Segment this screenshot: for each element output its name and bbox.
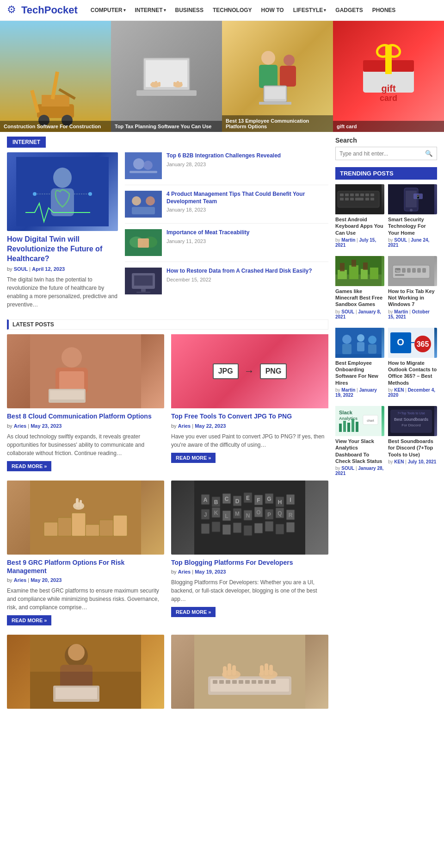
- post-3-title[interactable]: Best 9 GRC Platform Options For Risk Man…: [7, 558, 164, 575]
- side-article-3: Importance of Meat Traceability January …: [125, 229, 328, 262]
- posts-row-2: Best 9 GRC Platform Options For Risk Man…: [7, 481, 328, 625]
- svg-rect-72: [80, 500, 82, 507]
- svg-rect-55: [136, 292, 150, 293]
- svg-rect-146: [269, 665, 273, 675]
- post-4-title[interactable]: Top Blogging Platforms For Developers: [171, 558, 328, 567]
- svg-text:H: H: [278, 499, 282, 506]
- svg-rect-50: [138, 238, 149, 248]
- trending-4-title[interactable]: How to Fix Tab Key Not Working in Window…: [388, 288, 437, 308]
- trending-5-title[interactable]: Best Employee Onboarding Software For Ne…: [335, 360, 384, 386]
- internet-section-label: INTERNET: [7, 137, 46, 148]
- nav-internet[interactable]: INTERNET ▾: [131, 5, 170, 16]
- svg-rect-16: [177, 81, 179, 87]
- nav-computer[interactable]: COMPUTER ▾: [87, 5, 130, 16]
- svg-rect-113: [233, 523, 241, 533]
- nav-phones[interactable]: PHONES: [369, 5, 400, 16]
- search-button[interactable]: 🔍: [421, 147, 437, 160]
- svg-rect-193: [368, 344, 376, 354]
- logo[interactable]: ⚙ TechPocket: [7, 4, 78, 17]
- svg-rect-67: [86, 525, 99, 536]
- svg-text:📱: 📱: [416, 194, 420, 199]
- latest-posts-label: LATEST POSTS: [7, 319, 328, 330]
- svg-text:N: N: [246, 512, 250, 519]
- svg-rect-144: [260, 665, 264, 675]
- search-input-wrap: 🔍: [335, 147, 437, 160]
- post-2-excerpt: Have you ever used Paint to convert JPG …: [171, 432, 328, 449]
- nav-lifestyle[interactable]: LIFESTYLE ▾: [290, 5, 330, 16]
- trending-8-title[interactable]: Best Soundboards for Discord (7+Top Tool…: [388, 438, 437, 458]
- trending-6-title[interactable]: How to Migrate Outlook Contacts to Offic…: [388, 360, 437, 386]
- svg-rect-181: [402, 268, 406, 273]
- svg-point-20: [284, 55, 295, 66]
- svg-rect-151: [350, 194, 354, 196]
- nav-business[interactable]: BUSINESS: [172, 5, 207, 16]
- svg-rect-194: [335, 354, 382, 358]
- trending-3-image: [335, 256, 384, 286]
- post-2-read-more[interactable]: READ MORE »: [171, 453, 216, 463]
- post-3-read-more[interactable]: READ MORE »: [7, 615, 51, 625]
- post-1-meta: by Aries | May 23, 2023: [7, 423, 164, 429]
- trending-item-3: Games like Minecraft Best Free Sandbox G…: [335, 256, 384, 319]
- svg-text:F: F: [257, 497, 260, 504]
- nav-howto[interactable]: HOW TO: [258, 5, 288, 16]
- post-4-read-more[interactable]: READ MORE »: [171, 607, 216, 617]
- svg-rect-132: [232, 680, 237, 684]
- svg-rect-15: [173, 82, 176, 87]
- post-4-meta: by Aries | May 19, 2023: [171, 569, 328, 575]
- svg-rect-131: [226, 680, 230, 684]
- svg-text:Analytics: Analytics: [339, 416, 358, 421]
- post-2-title[interactable]: Top Free Tools To Convert JPG To PNG: [171, 412, 328, 420]
- svg-point-57: [62, 347, 82, 368]
- hero-slide-1[interactable]: Construction Software For Construction: [0, 21, 111, 132]
- chevron-down-icon: ▾: [123, 8, 126, 12]
- trending-3-title[interactable]: Games like Minecraft Best Free Sandbox G…: [335, 288, 384, 308]
- trending-5-meta: by Martin | January 19, 2022: [335, 387, 384, 398]
- trending-1-title[interactable]: Best Android Keyboard Apps You Can Use: [335, 216, 384, 236]
- svg-rect-183: [412, 268, 416, 273]
- side-article-1-image: [125, 152, 162, 179]
- svg-rect-191: [357, 342, 364, 351]
- hero-caption-2: Top Tax Planning Software You Can Use: [111, 121, 222, 132]
- nav-gadgets[interactable]: GADGETS: [332, 5, 366, 16]
- svg-rect-118: [286, 522, 295, 532]
- svg-text:B: B: [214, 499, 218, 506]
- svg-rect-207: [352, 419, 354, 432]
- nav-technology[interactable]: TECHNOLOGY: [209, 5, 256, 16]
- post-1-read-more[interactable]: READ MORE »: [7, 461, 51, 471]
- svg-rect-124: [56, 687, 97, 699]
- svg-rect-145: [265, 663, 268, 675]
- svg-rect-21: [280, 66, 296, 87]
- side-article-4-text: How to Restore Data from A Crashed Hard …: [166, 268, 312, 294]
- trending-1-image: [335, 184, 384, 214]
- side-article-3-title[interactable]: Importance of Meat Traceability: [166, 229, 249, 237]
- svg-rect-189: [342, 344, 352, 354]
- content-area: INTERNET: [7, 137, 328, 722]
- side-article-4-title[interactable]: How to Restore Data from A Crashed Hard …: [166, 268, 312, 275]
- side-article-2-title[interactable]: 4 Product Management Tips That Could Ben…: [166, 191, 328, 205]
- featured-article-title[interactable]: How Digital Twin will Revolutionize the …: [7, 235, 118, 263]
- svg-point-44: [132, 196, 141, 206]
- svg-point-165: [410, 209, 413, 212]
- svg-text:E: E: [246, 495, 250, 501]
- hero-slide-3[interactable]: Best 13 Employee Communication Platform …: [222, 21, 333, 132]
- svg-rect-184: [417, 268, 421, 273]
- search-input[interactable]: [336, 147, 421, 160]
- svg-rect-42: [130, 171, 157, 173]
- side-article-3-date: January 11, 2023: [166, 238, 249, 244]
- svg-text:R: R: [289, 512, 293, 518]
- side-article-2: 4 Product Management Tips That Could Ben…: [125, 191, 328, 224]
- side-article-1-title[interactable]: Top 6 B2B Integration Challenges Reveale…: [166, 152, 281, 160]
- trending-7-title[interactable]: View Your Slack Analytics Dashboard To C…: [335, 438, 384, 464]
- post-card-2: JPG → PNG Top Free Tools To Convert JPG …: [171, 334, 328, 471]
- trending-2-title[interactable]: Smart Security Technology For Your Home: [388, 216, 437, 236]
- side-article-2-date: January 18, 2023: [166, 207, 328, 212]
- trending-1-meta: by Martin | July 15, 2021: [335, 237, 384, 248]
- svg-rect-66: [72, 513, 86, 536]
- svg-rect-114: [244, 525, 252, 536]
- svg-rect-176: [363, 262, 368, 270]
- hero-slide-4[interactable]: gift card gift card: [333, 21, 444, 132]
- hero-slide-2[interactable]: Top Tax Planning Software You Can Use: [111, 21, 222, 132]
- post-1-title[interactable]: Best 8 Cloud Communication Platform Opti…: [7, 412, 164, 420]
- main-content: INTERNET: [0, 132, 444, 726]
- svg-text:365: 365: [417, 340, 429, 348]
